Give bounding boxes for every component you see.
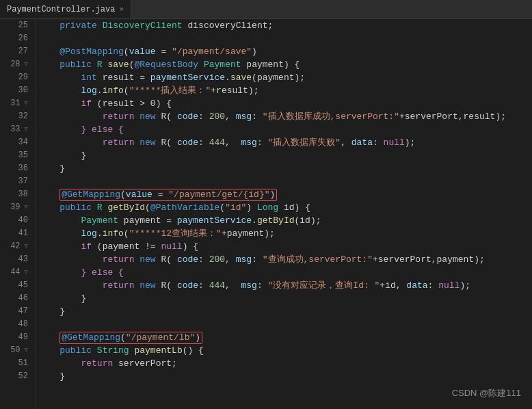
code-line-27: @PostMapping(value = "/payment/save")	[38, 45, 532, 58]
code-line-36: }	[38, 162, 532, 175]
code-line-49: @GetMapping("/payment/lb")	[38, 331, 532, 344]
code-line-47: }	[38, 305, 532, 318]
gutter-line-52: 52	[0, 370, 31, 383]
gutter-line-46: 46	[0, 292, 31, 305]
tab-label: PaymentController.java	[7, 5, 115, 14]
code-line-40: Payment payment = paymentService.getById…	[38, 214, 532, 227]
line-gutter: 25262728▽293031▽3233▽343536373839▽404142…	[0, 19, 36, 409]
gutter-line-47: 47	[0, 305, 31, 318]
code-area[interactable]: private DiscoveryClient discoveryClient;…	[36, 19, 532, 409]
gutter-line-30: 30	[0, 84, 31, 97]
code-line-33: } else {	[38, 123, 532, 136]
tab-bar: PaymentController.java ×	[0, 0, 532, 19]
code-line-46: }	[38, 292, 532, 305]
gutter-line-41: 41	[0, 227, 31, 240]
editor-area: 25262728▽293031▽3233▽343536373839▽404142…	[0, 19, 532, 409]
code-line-30: log.info("*****插入结果："+result);	[38, 84, 532, 97]
close-icon[interactable]: ×	[119, 5, 124, 14]
code-line-45: return new R( code: 444, msg: "没有对应记录，查询…	[38, 279, 532, 292]
code-line-38: @GetMapping(value = "/payment/get/{id}")	[38, 188, 532, 201]
gutter-line-35: 35	[0, 149, 31, 162]
gutter-line-50: 50▽	[0, 344, 31, 357]
code-line-43: return new R( code: 200, msg: "查询成功,serv…	[38, 253, 532, 266]
gutter-line-33: 33▽	[0, 123, 31, 136]
gutter-line-40: 40	[0, 214, 31, 227]
code-line-42: if (payment != null) {	[38, 240, 532, 253]
code-line-52: }	[38, 370, 532, 383]
code-line-35: }	[38, 149, 532, 162]
code-line-48	[38, 318, 532, 331]
gutter-line-48: 48	[0, 318, 31, 331]
code-line-28: public R save(@RequestBody Payment payme…	[38, 58, 532, 71]
gutter-line-39: 39▽	[0, 201, 31, 214]
tab-payment-controller[interactable]: PaymentController.java ×	[0, 0, 131, 18]
code-line-51: return serverPort;	[38, 357, 532, 370]
gutter-line-26: 26	[0, 32, 31, 45]
gutter-line-51: 51	[0, 357, 31, 370]
code-line-50: public String paymentLb() {	[38, 344, 532, 357]
code-line-44: } else {	[38, 266, 532, 279]
code-line-31: if (result > 0) {	[38, 97, 532, 110]
code-line-32: return new R( code: 200, msg: "插入数据库成功,s…	[38, 110, 532, 123]
code-line-26	[38, 32, 532, 45]
code-line-37	[38, 175, 532, 188]
gutter-line-43: 43	[0, 253, 31, 266]
gutter-line-25: 25	[0, 19, 31, 32]
code-line-29: int result = paymentService.save(payment…	[38, 71, 532, 84]
gutter-line-28: 28▽	[0, 58, 31, 71]
code-line-25: private DiscoveryClient discoveryClient;	[38, 19, 532, 32]
gutter-line-32: 32	[0, 110, 31, 123]
gutter-line-42: 42▽	[0, 240, 31, 253]
gutter-line-31: 31▽	[0, 97, 31, 110]
gutter-line-34: 34	[0, 136, 31, 149]
code-line-41: log.info("*****12查询结果："+payment);	[38, 227, 532, 240]
gutter-line-36: 36	[0, 162, 31, 175]
code-line-34: return new R( code: 444, msg: "插入数据库失败",…	[38, 136, 532, 149]
gutter-line-29: 29	[0, 71, 31, 84]
gutter-line-37: 37	[0, 175, 31, 188]
gutter-line-45: 45	[0, 279, 31, 292]
code-line-39: public R getById(@PathVariable("id") Lon…	[38, 201, 532, 214]
gutter-line-27: 27	[0, 45, 31, 58]
gutter-line-44: 44▽	[0, 266, 31, 279]
gutter-line-49: 49	[0, 331, 31, 344]
gutter-line-38: 38	[0, 188, 31, 201]
